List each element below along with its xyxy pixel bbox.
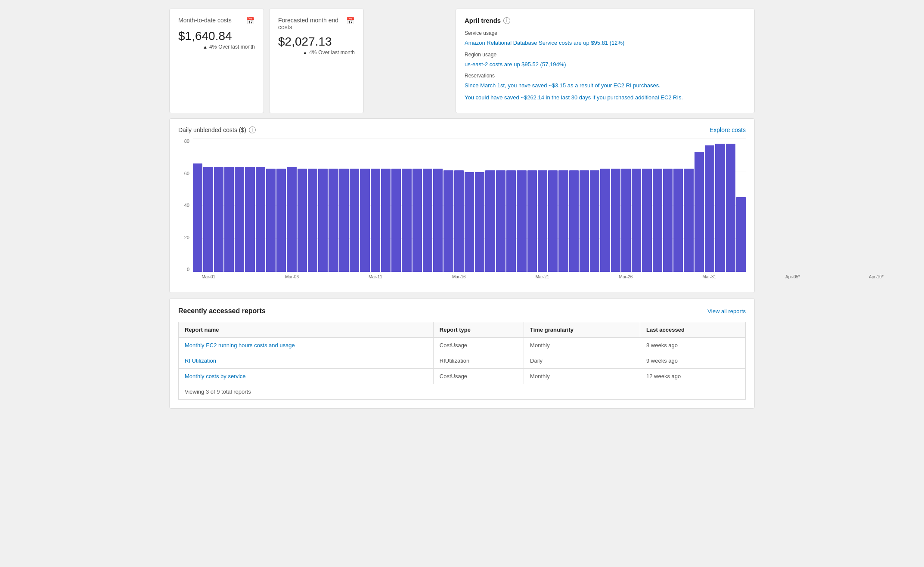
bar-47 (684, 169, 693, 272)
chart-container: 80 60 40 20 0 Mar-01Mar (178, 139, 746, 285)
mtd-change-label: Over last month (218, 44, 255, 50)
bar-6 (256, 167, 265, 272)
bar-35 (558, 170, 568, 272)
cost-cards-group: Month-to-date costs 📅 $1,640.84 ▲ 4% Ove… (169, 9, 450, 113)
bar-38 (590, 170, 599, 272)
x-label-Mar-26: Mar-26 (619, 274, 633, 279)
reports-footer: Viewing 3 of 9 total reports (178, 384, 746, 400)
mtd-change: ▲ 4% Over last month (178, 44, 255, 50)
bar-26 (465, 172, 474, 272)
trends-title-text: April trends (465, 17, 501, 24)
reports-table-body: Monthly EC2 running hours costs and usag… (179, 338, 746, 384)
reservations-label: Reservations (465, 73, 746, 79)
bar-23 (433, 169, 443, 272)
report-name-link-0[interactable]: Monthly EC2 running hours costs and usag… (185, 342, 295, 348)
x-label-Apr-05-: Apr-05* (785, 274, 800, 279)
middle-row: Daily unblended costs ($) i Explore cost… (169, 118, 755, 293)
bar-7 (266, 169, 276, 272)
bar-20 (402, 169, 411, 272)
y-axis: 80 60 40 20 0 (178, 139, 191, 272)
report-accessed-0: 8 weeks ago (640, 338, 746, 353)
y-label-80: 80 (184, 139, 191, 144)
report-granularity-0: Monthly (524, 338, 640, 353)
mtd-calendar-icon[interactable]: 📅 (246, 17, 255, 25)
col-time-granularity: Time granularity (524, 322, 640, 338)
chart-title-container: Daily unblended costs ($) i (178, 126, 256, 133)
report-type-0: CostUsage (433, 338, 524, 353)
mtd-cost-card: Month-to-date costs 📅 $1,640.84 ▲ 4% Ove… (169, 9, 264, 113)
bar-45 (663, 169, 673, 272)
chart-header: Daily unblended costs ($) i Explore cost… (178, 126, 746, 133)
bar-12 (318, 169, 328, 272)
forecast-calendar-icon[interactable]: 📅 (346, 17, 355, 25)
bar-5 (245, 167, 254, 272)
bar-10 (298, 169, 307, 272)
bar-50 (715, 144, 725, 272)
bar-41 (621, 169, 631, 272)
forecast-card-header: Forecasted month end costs 📅 (278, 17, 355, 31)
chart-bars (193, 139, 746, 272)
forecast-title: Forecasted month end costs (278, 17, 346, 31)
y-label-40: 40 (184, 203, 191, 208)
bar-25 (454, 170, 464, 272)
bar-43 (642, 169, 651, 272)
x-label-Apr-10-: Apr-10* (869, 274, 884, 279)
reports-table: Report name Report type Time granularity… (178, 322, 746, 384)
bar-51 (726, 144, 735, 272)
trends-info-icon[interactable]: i (503, 17, 510, 24)
chart-title-text: Daily unblended costs ($) (178, 126, 246, 133)
bar-22 (423, 169, 432, 272)
bar-46 (673, 169, 683, 272)
bar-31 (517, 170, 526, 272)
bar-15 (350, 169, 359, 272)
top-row: Month-to-date costs 📅 $1,640.84 ▲ 4% Ove… (169, 9, 755, 113)
reservations-link-1[interactable]: Since March 1st, you have saved ~$3.15 a… (465, 81, 746, 90)
col-report-name: Report name (179, 322, 434, 338)
bar-44 (653, 169, 662, 272)
mtd-change-pct: 4% (209, 44, 217, 50)
bar-13 (329, 169, 338, 272)
x-label-Mar-21: Mar-21 (536, 274, 549, 279)
mtd-title: Month-to-date costs (178, 17, 232, 24)
bar-52 (736, 197, 746, 272)
bar-9 (287, 167, 296, 272)
bar-30 (506, 170, 516, 272)
bar-32 (527, 170, 537, 272)
bar-37 (580, 170, 589, 272)
reservations-link-2[interactable]: You could have saved ~$262.14 in the las… (465, 93, 746, 102)
bar-28 (485, 170, 495, 272)
bar-8 (276, 169, 286, 272)
col-last-accessed: Last accessed (640, 322, 746, 338)
chart-info-icon[interactable]: i (249, 126, 256, 133)
forecast-change: ▲ 4% Over last month (278, 49, 355, 55)
view-all-reports-link[interactable]: View all reports (707, 308, 746, 314)
report-name-link-2[interactable]: Monthly costs by service (185, 373, 246, 379)
mtd-amount: $1,640.84 (178, 29, 255, 43)
bar-49 (705, 145, 714, 272)
region-usage-label: Region usage (465, 52, 746, 58)
bar-33 (538, 170, 547, 272)
service-usage-link[interactable]: Amazon Relational Database Service costs… (465, 39, 746, 47)
bar-17 (371, 169, 380, 272)
mtd-card-header: Month-to-date costs 📅 (178, 17, 255, 25)
reports-table-header-row: Report name Report type Time granularity… (179, 322, 746, 338)
report-granularity-1: Daily (524, 353, 640, 369)
explore-costs-link[interactable]: Explore costs (710, 126, 746, 133)
bar-40 (611, 169, 620, 272)
service-usage-label: Service usage (465, 30, 746, 36)
x-label-Mar-31: Mar-31 (702, 274, 716, 279)
y-label-60: 60 (184, 171, 191, 176)
forecast-amount: $2,027.13 (278, 35, 355, 49)
region-usage-section: Region usage us-east-2 costs are up $95.… (465, 52, 746, 69)
reports-header: Recently accessed reports View all repor… (178, 307, 746, 315)
bar-42 (632, 169, 641, 272)
region-usage-link[interactable]: us-east-2 costs are up $95.52 (57,194%) (465, 60, 746, 69)
bar-4 (235, 167, 244, 272)
y-label-20: 20 (184, 235, 191, 240)
table-row: Monthly costs by serviceCostUsageMonthly… (179, 369, 746, 384)
reports-card: Recently accessed reports View all repor… (169, 298, 755, 409)
report-name-link-1[interactable]: RI Utilization (185, 357, 216, 364)
bar-21 (412, 169, 422, 272)
chart-card: Daily unblended costs ($) i Explore cost… (169, 118, 755, 293)
forecast-change-pct: 4% (309, 49, 316, 55)
